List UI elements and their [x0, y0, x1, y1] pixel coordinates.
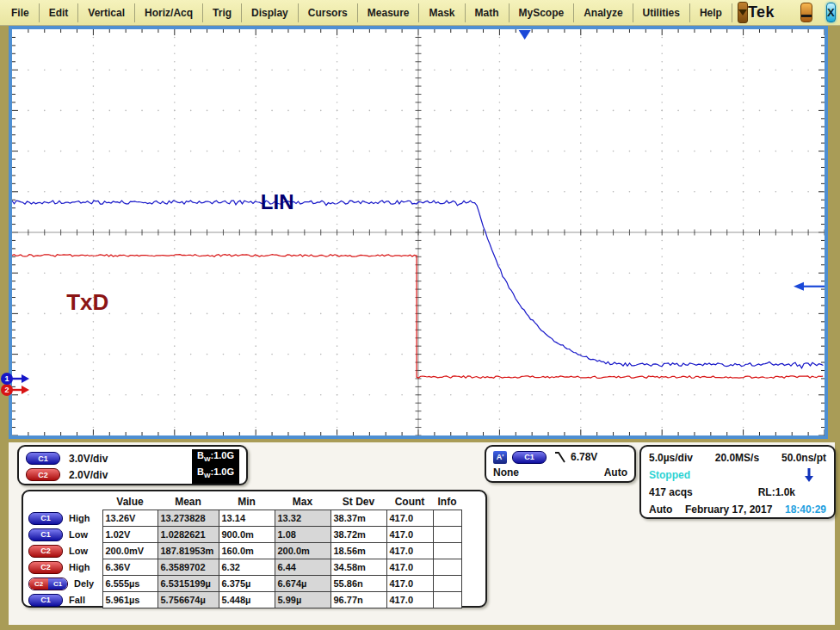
c2-trace-label: TxD — [66, 289, 108, 315]
graticule: TxDLIN — [12, 29, 825, 435]
column-header-st-dev: St Dev — [330, 493, 386, 510]
measurement-cell — [433, 510, 461, 527]
menu-item-math[interactable]: Math — [466, 7, 509, 19]
tek-logo: Tek — [748, 3, 775, 22]
channel2-bandwidth: BW:1.0G — [192, 466, 239, 483]
measurement-cell: 13.32 — [275, 510, 330, 527]
measurement-cell — [433, 592, 461, 608]
trigger-channel-badge: C1 — [512, 451, 547, 464]
measurement-cell: 6.674µ — [275, 576, 330, 592]
trigger-mode: Auto — [604, 466, 627, 479]
column-header-value: Value — [102, 493, 158, 510]
time-label: 18:40:29 — [785, 503, 826, 516]
measurement-label: C2High — [27, 559, 102, 576]
trigger-source-badge: A' — [493, 451, 507, 464]
menu-item-file[interactable]: File — [2, 7, 39, 19]
menu-item-analyze[interactable]: Analyze — [574, 7, 632, 19]
measurement-cell: 417.0 — [386, 543, 433, 559]
menu-item-help[interactable]: Help — [690, 7, 732, 19]
menu-item-myscope[interactable]: MyScope — [510, 7, 574, 19]
oscilloscope-screen: FileEditVerticalHoriz/AcqTrigDisplayCurs… — [0, 0, 840, 630]
measurements-table: ValueMeanMinMaxSt DevCountInfoC1High13.2… — [27, 493, 462, 608]
measurements-header-spacer — [27, 493, 102, 510]
channel2-badge[interactable]: C2 — [26, 468, 60, 481]
measurement-label: C2Low — [27, 543, 102, 559]
measurement-cell: 5.756674µ — [158, 592, 219, 608]
measurement-name: Dely — [74, 578, 94, 589]
measurement-cell: 417.0 — [386, 592, 433, 608]
sample-rate: 20.0MS/s — [715, 452, 759, 464]
trigger-readout-panel[interactable]: A' C1 6.78V None Auto — [485, 445, 636, 483]
measurement-label: C1Low — [27, 527, 102, 543]
measurement-name: Low — [69, 546, 88, 556]
menu-item-display[interactable]: Display — [242, 7, 298, 19]
measurement-cell: 1.02V — [102, 527, 158, 543]
measurement-cell: 6.32 — [219, 559, 275, 576]
measurement-name: High — [69, 513, 90, 523]
measurement-row: C2C1Dely6.555µs6.5315199µ6.375µ6.674µ55.… — [27, 576, 461, 592]
menu-item-vertical[interactable]: Vertical — [78, 7, 134, 19]
measurement-cell: 13.273828 — [158, 510, 219, 527]
channel1-badge[interactable]: C1 — [26, 452, 60, 465]
falling-edge-icon — [553, 450, 567, 464]
measurement-cell: 55.86n — [330, 576, 386, 592]
measurement-cell: 13.14 — [219, 510, 275, 527]
menu-item-horiz-acq[interactable]: Horiz/Acq — [135, 7, 202, 19]
timebase-scale: 5.0µs/div — [649, 452, 693, 464]
channel-readout-panel[interactable]: C1 3.0V/div BW:1.0G C2 2.0V/div BW:1.0G — [17, 445, 248, 485]
menu-separator — [732, 3, 732, 22]
close-icon: X — [827, 6, 835, 19]
waveform-display: TxDLIN — [9, 26, 828, 439]
channel1-reference-marker[interactable]: 1 — [1, 373, 13, 385]
measurement-cell: 417.0 — [386, 527, 433, 543]
menu-item-utilities[interactable]: Utilities — [633, 7, 689, 19]
measurements-panel[interactable]: ValueMeanMinMaxSt DevCountInfoC1High13.2… — [22, 490, 487, 608]
measurement-row: C2High6.36V6.35897026.326.4434.58m417.0 — [27, 559, 461, 576]
c2-badge-half: C2 — [29, 578, 48, 590]
trigger-type: None — [493, 466, 519, 479]
c1-trace — [12, 201, 824, 368]
scroll-down-icon[interactable] — [804, 468, 814, 483]
channel2-scale: 2.0V/div — [69, 469, 108, 481]
readout-area: C1 3.0V/div BW:1.0G C2 2.0V/div BW:1.0G … — [9, 442, 835, 625]
measurement-cell: 417.0 — [386, 510, 433, 527]
trigger-mode-label: Auto — [649, 503, 672, 516]
trigger-level-marker[interactable] — [794, 282, 825, 291]
menu-overflow-button[interactable] — [738, 2, 748, 23]
date-time-row: Auto February 17, 2017 18:40:29 — [649, 501, 826, 518]
measurement-cell: 200.0m — [275, 543, 330, 559]
trigger-settings-row: A' C1 6.78V — [493, 449, 627, 465]
measurement-cell: 1.08 — [275, 527, 330, 543]
channel-badge-c2c1: C2C1 — [28, 578, 68, 590]
measurement-cell: 6.36V — [102, 559, 158, 576]
measurement-row: C1High13.26V13.27382813.1413.3238.37m417… — [27, 510, 461, 527]
menu-item-mask[interactable]: Mask — [419, 7, 464, 19]
menu-item-trig[interactable]: Trig — [203, 7, 241, 19]
sample-resolution: 50.0ns/pt — [781, 452, 826, 464]
column-header-info: Info — [433, 493, 461, 510]
dropdown-arrow-icon — [738, 9, 747, 15]
measurement-cell: 6.5315199µ — [158, 576, 219, 592]
measurement-cell: 6.555µs — [102, 576, 158, 592]
menu-item-measure[interactable]: Measure — [358, 7, 419, 19]
measurement-cell: 187.81953m — [158, 543, 219, 559]
measurement-name: Low — [69, 529, 88, 540]
close-button[interactable]: X — [826, 3, 836, 22]
measurement-label: C2C1Dely — [27, 576, 102, 592]
channel-badge-c1: C1 — [28, 512, 63, 525]
channel-badge-c1: C1 — [28, 528, 63, 541]
timebase-scale-row: 5.0µs/div 20.0MS/s 50.0ns/pt — [649, 449, 826, 466]
channel-badge-c2: C2 — [28, 561, 63, 574]
trigger-position-marker[interactable] — [519, 30, 531, 40]
measurement-cell: 6.375µ — [219, 576, 275, 592]
minimize-button[interactable] — [800, 3, 812, 22]
channel1-reference-marker-arrow-icon — [11, 374, 30, 384]
menu-item-edit[interactable]: Edit — [40, 7, 78, 19]
channel-badge-c2: C2 — [28, 545, 63, 558]
menu-bar: FileEditVerticalHoriz/AcqTrigDisplayCurs… — [0, 0, 840, 26]
timebase-readout-panel[interactable]: 5.0µs/div 20.0MS/s 50.0ns/pt Stopped 417… — [639, 445, 836, 519]
measurement-row: C1Fall5.961µs5.756674µ5.448µ5.99µ96.77n4… — [27, 592, 461, 608]
acquisition-status: Stopped — [649, 469, 690, 481]
measurement-cell: 38.72m — [330, 527, 386, 543]
menu-item-cursors[interactable]: Cursors — [299, 7, 357, 19]
